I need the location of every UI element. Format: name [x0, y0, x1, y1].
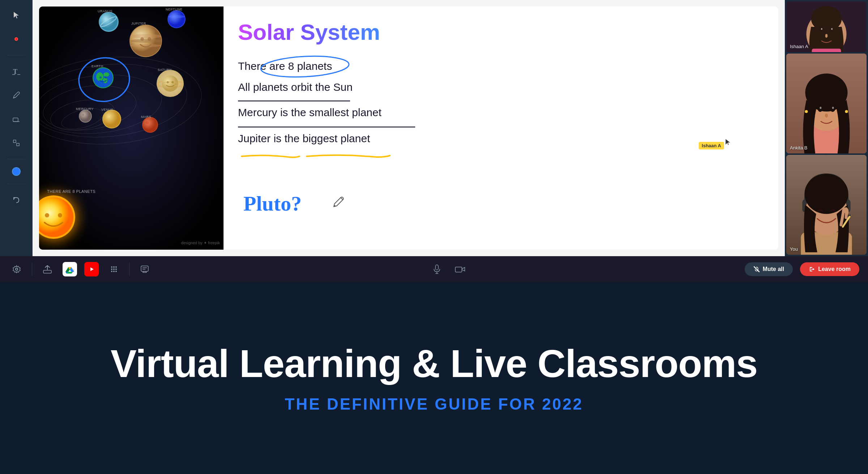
underline-2 — [238, 124, 433, 130]
svg-point-20 — [102, 71, 105, 74]
pluto-svg: Pluto? — [242, 185, 332, 218]
svg-point-39 — [168, 15, 185, 18]
mute-all-button[interactable]: Mute all — [745, 262, 793, 276]
svg-rect-7 — [13, 140, 16, 143]
classroom-app: T — [0, 0, 868, 282]
svg-point-67 — [845, 110, 848, 113]
toolbar-divider-b2 — [129, 263, 129, 276]
bottom-section: Virtual Learning & Live Classrooms THE D… — [82, 282, 787, 474]
camera-button[interactable] — [452, 261, 468, 277]
venus-label: VENUS — [101, 108, 114, 111]
youtube-button[interactable] — [84, 262, 99, 276]
google-drive-button[interactable] — [63, 262, 77, 276]
svg-point-65 — [832, 107, 834, 109]
svg-point-64 — [820, 107, 821, 109]
svg-rect-78 — [43, 270, 51, 273]
svg-point-23 — [143, 118, 157, 132]
bottom-toolbar: Mute all Leave room — [0, 256, 868, 282]
left-toolbar: T — [0, 0, 33, 256]
pencil-annotation — [332, 195, 346, 208]
underline-1 — [238, 98, 393, 103]
svg-text:Solar System: Solar System — [238, 20, 380, 45]
shapes-tool[interactable] — [8, 135, 24, 151]
ankita-portrait — [786, 54, 867, 153]
yellow-underlines — [238, 152, 455, 160]
participant-you: You — [786, 155, 867, 255]
svg-point-74 — [804, 174, 848, 214]
toolbar-divider-b1 — [32, 263, 32, 276]
svg-rect-90 — [141, 266, 148, 271]
app-content: T — [0, 0, 868, 256]
text-tool[interactable]: T — [8, 63, 24, 79]
microphone-button[interactable] — [429, 261, 445, 277]
cursor-tool[interactable] — [8, 7, 24, 23]
ankita-name: Ankita B — [790, 145, 807, 151]
svg-point-27 — [130, 39, 161, 43]
chat-button[interactable] — [137, 261, 153, 277]
laser-tool[interactable] — [8, 31, 24, 47]
svg-point-77 — [16, 268, 18, 270]
fact-2: All planets orbit the Sun — [238, 80, 764, 95]
fact-4-text: Jupiter is the biggest planet — [238, 132, 370, 144]
svg-rect-55 — [812, 49, 841, 52]
color-picker[interactable] — [12, 167, 21, 176]
svg-point-1 — [16, 38, 17, 40]
fact-4: Jupiter is the biggest planet — [238, 131, 764, 146]
settings-button[interactable] — [9, 261, 25, 277]
solar-system-panel: There are 8 planets MERCURY — [39, 7, 224, 250]
sun-label: There are 8 planets — [47, 189, 95, 194]
svg-point-83 — [115, 266, 117, 268]
svg-rect-93 — [435, 265, 438, 270]
mercury-label: MERCURY — [76, 107, 94, 111]
fact-3-text: Mercury is the smallest planet — [238, 106, 382, 118]
apps-button[interactable] — [106, 261, 122, 277]
svg-point-30 — [148, 37, 151, 41]
fact-3: Mercury is the smallest planet — [238, 105, 764, 120]
freepik-credit: designed by ✦ freepik — [181, 241, 220, 245]
pen-tool[interactable] — [8, 87, 24, 103]
svg-point-9 — [39, 197, 73, 237]
ishaan-name: Ishaan A — [790, 44, 808, 49]
you-name: You — [790, 246, 798, 252]
svg-point-38 — [168, 11, 185, 27]
eraser-tool[interactable] — [8, 111, 24, 127]
svg-point-89 — [115, 271, 117, 272]
undo-button[interactable] — [8, 192, 24, 208]
mercury-planet — [79, 110, 92, 123]
svg-point-66 — [805, 110, 808, 113]
svg-text:Pluto?: Pluto? — [243, 192, 302, 215]
right-sidebar: Ishaan A — [785, 0, 868, 256]
svg-point-12 — [80, 110, 91, 122]
text-panel: Solar System There are 8 planets — [224, 7, 778, 250]
svg-point-32 — [162, 75, 178, 92]
svg-point-85 — [113, 268, 115, 270]
svg-point-82 — [113, 266, 115, 268]
you-portrait — [786, 155, 867, 255]
svg-point-46 — [334, 205, 335, 207]
fact-1: There are 8 planets — [238, 59, 764, 74]
svg-rect-96 — [455, 267, 462, 272]
facts-container: There are 8 planets All planets orbit th… — [238, 59, 764, 160]
mars-label: MARS — [141, 115, 151, 119]
sun-planet — [39, 195, 75, 239]
svg-point-54 — [831, 28, 833, 30]
toolbar-divider-2 — [7, 159, 25, 159]
mars-planet — [142, 117, 158, 133]
pluto-handwriting: Pluto? — [242, 185, 346, 218]
upload-button[interactable] — [39, 261, 55, 277]
svg-point-35 — [171, 81, 174, 83]
jupiter-planet — [129, 25, 162, 57]
content-area: There are 8 planets MERCURY — [33, 0, 785, 256]
svg-point-26 — [130, 34, 161, 38]
saturn-label: SATURN — [158, 68, 172, 72]
toolbar-divider-3 — [7, 184, 25, 184]
svg-point-81 — [111, 266, 112, 268]
svg-point-86 — [115, 268, 117, 270]
participant-ankita: Ankita B — [786, 54, 867, 153]
earth-label: EARTH — [92, 64, 103, 68]
leave-room-button[interactable]: Leave room — [800, 262, 859, 276]
participant-ishaan: Ishaan A — [786, 1, 867, 52]
neptune-label: NEPTUNE — [166, 8, 183, 11]
svg-point-22 — [105, 76, 107, 79]
jupiter-label: JUPITER — [131, 22, 146, 25]
